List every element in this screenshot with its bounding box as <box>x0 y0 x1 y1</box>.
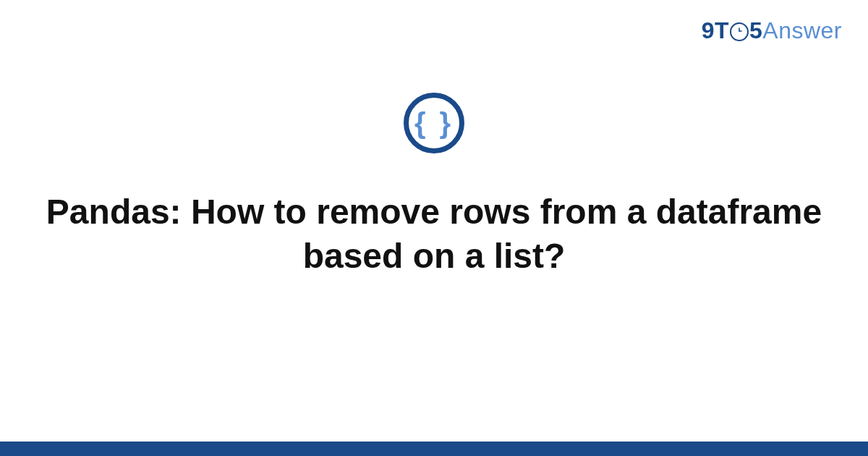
site-logo: 9T 5 Answer <box>702 17 842 44</box>
footer-accent-bar <box>0 442 868 456</box>
logo-clock-glyph <box>735 27 744 37</box>
logo-prefix: 9T <box>702 17 729 44</box>
logo-clock-icon <box>730 22 749 41</box>
question-title: Pandas: How to remove rows from a datafr… <box>0 190 868 279</box>
logo-mid: 5 <box>749 17 762 44</box>
code-braces-icon: { } <box>414 109 454 138</box>
category-icon-circle: { } <box>404 93 464 153</box>
logo-suffix: Answer <box>762 17 842 44</box>
